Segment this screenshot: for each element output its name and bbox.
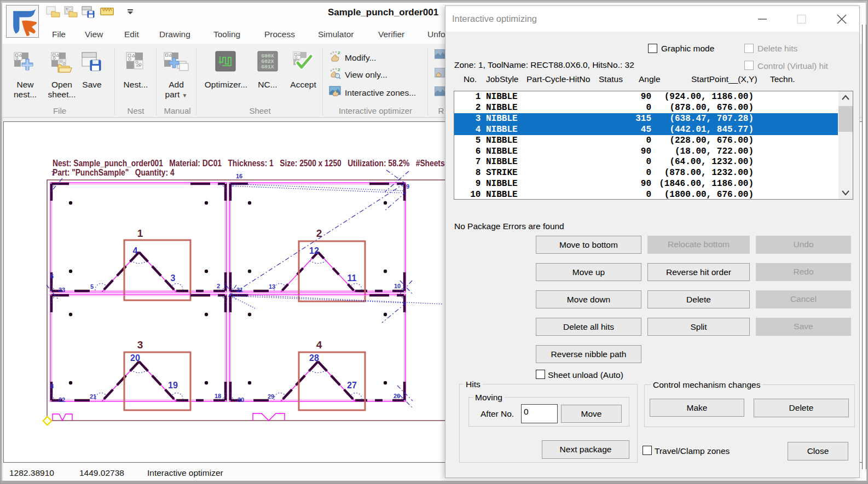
svg-text:31: 31 xyxy=(236,287,243,293)
svg-text:11: 11 xyxy=(348,273,357,283)
svg-text:29: 29 xyxy=(268,393,274,400)
svg-text:28: 28 xyxy=(309,353,319,363)
svg-text:9: 9 xyxy=(406,183,409,190)
svg-text:2: 2 xyxy=(217,283,220,289)
svg-text:18: 18 xyxy=(215,393,221,399)
svg-text:4: 4 xyxy=(133,246,138,255)
svg-text:13: 13 xyxy=(269,283,275,290)
svg-text:8: 8 xyxy=(50,383,54,389)
svg-text:19: 19 xyxy=(168,381,178,390)
svg-text:10: 10 xyxy=(394,283,401,289)
svg-text:3: 3 xyxy=(137,339,143,351)
svg-text:4: 4 xyxy=(316,339,322,351)
svg-text:27: 27 xyxy=(347,381,357,390)
svg-text:26: 26 xyxy=(394,393,400,399)
svg-text:30: 30 xyxy=(238,396,244,403)
svg-text:1: 1 xyxy=(137,228,143,239)
svg-text:6: 6 xyxy=(50,273,54,279)
svg-text:5: 5 xyxy=(90,283,94,290)
svg-text:21: 21 xyxy=(90,393,96,400)
svg-text:33: 33 xyxy=(59,287,65,293)
svg-text:3: 3 xyxy=(171,273,176,283)
svg-text:22: 22 xyxy=(59,396,65,403)
svg-text:12: 12 xyxy=(309,246,319,255)
svg-text:20: 20 xyxy=(130,353,140,363)
svg-text:16: 16 xyxy=(236,173,242,179)
